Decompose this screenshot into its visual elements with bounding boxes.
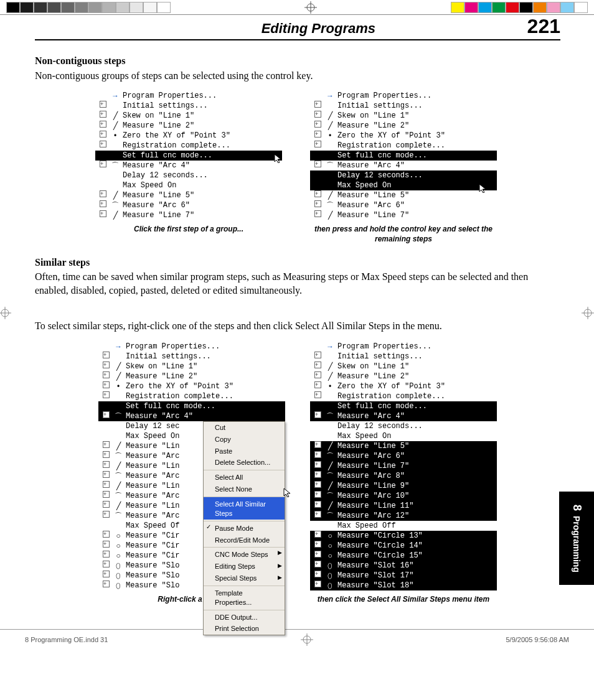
expand-icon[interactable] [101,511,111,521]
program-step[interactable]: ╱Measure "Line 9" [310,481,497,491]
expand-icon[interactable] [101,501,111,511]
expand-icon[interactable] [313,111,323,121]
program-step[interactable]: ⬯Measure "Slot 18" [310,581,497,590]
menu-item[interactable]: Delete Selection... [204,457,285,469]
expand-icon[interactable] [313,471,323,481]
expand-icon[interactable] [98,101,108,111]
expand-icon[interactable] [313,391,323,401]
program-step[interactable]: Initial settings... [95,101,282,111]
menu-item[interactable]: Editing Steps▶ [204,561,285,572]
program-step[interactable]: →Program Properties... [98,342,285,352]
context-menu[interactable]: CutCopyPasteDelete Selection...Select Al… [203,421,285,635]
program-step[interactable]: ╱Measure "Line 2" [95,121,282,131]
expand-icon[interactable] [313,190,323,200]
program-step[interactable]: ⌒Measure "Arc 6" [95,200,282,210]
menu-item[interactable]: Special Steps▶ [204,572,285,584]
program-step[interactable]: ⌒Measure "Arc 6" [310,200,497,210]
program-step[interactable]: Registration complete... [98,391,285,401]
program-step[interactable]: Registration complete... [310,141,497,151]
expand-icon[interactable] [313,161,323,170]
program-step[interactable]: Initial settings... [310,101,497,111]
expand-icon[interactable] [313,371,323,381]
expand-icon[interactable] [313,441,323,451]
expand-icon[interactable] [313,381,323,391]
expand-icon[interactable] [101,451,111,461]
program-step[interactable]: ⌒Measure "Arc 8" [310,471,497,481]
expand-icon[interactable] [101,481,111,491]
program-step[interactable]: ⌒Measure "Arc 4" [310,411,497,421]
expand-icon[interactable] [98,200,108,210]
program-step[interactable]: →Program Properties... [310,342,497,352]
program-step[interactable]: ╱Measure "Line 5" [310,441,497,451]
program-step[interactable]: Initial settings... [310,352,497,362]
expand-icon[interactable] [313,501,323,511]
program-step[interactable]: ╱Measure "Line 5" [310,190,497,200]
program-step[interactable]: Set full cnc mode... [310,401,497,411]
program-step[interactable]: →Program Properties... [310,91,497,101]
program-step[interactable]: Registration complete... [310,391,497,401]
program-step[interactable]: →Program Properties... [95,91,282,101]
program-step[interactable]: ⌒Measure "Arc 4" [95,161,282,170]
expand-icon[interactable] [313,200,323,210]
program-step[interactable]: ⌒Measure "Arc 12" [310,511,497,521]
program-step[interactable]: •Zero the XY of "Point 3" [310,381,497,391]
expand-icon[interactable] [101,561,111,571]
expand-icon[interactable] [313,581,323,590]
expand-icon[interactable] [313,210,323,220]
program-step[interactable]: Delay 12 seconds... [95,170,282,180]
expand-icon[interactable] [313,362,323,371]
program-step[interactable]: ○Measure "Circle 15" [310,551,497,561]
program-step[interactable]: ╱Measure "Line 2" [98,371,285,381]
expand-icon[interactable] [98,131,108,141]
menu-item[interactable]: CNC Mode Steps▶ [204,547,285,561]
expand-icon[interactable] [101,441,111,451]
menu-item[interactable]: Template Properties... [204,586,285,609]
menu-item[interactable]: DDE Output... [204,610,285,623]
program-step[interactable]: ╱Measure "Line 5" [95,190,282,200]
program-step[interactable]: ⌒Measure "Arc 10" [310,491,497,501]
program-step[interactable]: ○Measure "Circle 14" [310,541,497,551]
expand-icon[interactable] [101,461,111,471]
menu-item[interactable]: Record/Edit Mode [204,534,285,546]
expand-icon[interactable] [98,121,108,131]
program-step[interactable]: Registration complete... [95,141,282,151]
program-step[interactable]: Delay 12 seconds... [310,421,497,431]
menu-item[interactable]: Copy [204,434,285,446]
expand-icon[interactable] [313,551,323,561]
expand-icon[interactable] [313,481,323,491]
program-step[interactable]: ╱Measure "Line 2" [310,371,497,381]
expand-icon[interactable] [98,111,108,121]
expand-icon[interactable] [313,411,323,421]
expand-icon[interactable] [101,371,111,381]
expand-icon[interactable] [101,531,111,541]
expand-icon[interactable] [101,551,111,561]
program-step[interactable]: ⌒Measure "Arc 6" [310,451,497,461]
expand-icon[interactable] [313,531,323,541]
program-step[interactable]: ⬯Measure "Slot 16" [310,561,497,571]
expand-icon[interactable] [101,491,111,501]
program-step[interactable]: •Zero the XY of "Point 3" [310,131,497,141]
expand-icon[interactable] [101,391,111,401]
expand-icon[interactable] [98,210,108,220]
menu-item[interactable]: Cut [204,422,285,434]
expand-icon[interactable] [98,190,108,200]
menu-item[interactable]: Select All [204,470,285,483]
program-step[interactable]: Set full cnc mode... [95,151,282,161]
program-step[interactable]: ╱Skew on "Line 1" [95,111,282,121]
expand-icon[interactable] [313,571,323,581]
program-step[interactable]: ╱Skew on "Line 1" [98,362,285,371]
program-step[interactable]: ╱Measure "Line 7" [95,210,282,220]
program-step[interactable]: ╱Skew on "Line 1" [310,362,497,371]
menu-item[interactable]: Select None [204,483,285,495]
expand-icon[interactable] [101,362,111,371]
expand-icon[interactable] [313,121,323,131]
program-step[interactable]: Max Speed Off [310,521,497,531]
program-step[interactable]: ○Measure "Circle 13" [310,531,497,541]
menu-item[interactable]: Paste [204,446,285,457]
expand-icon[interactable] [101,541,111,551]
program-step[interactable]: Max Speed On [310,431,497,441]
program-step[interactable]: •Zero the XY of "Point 3" [95,131,282,141]
menu-item[interactable]: ✓Pause Mode [204,521,285,534]
expand-icon[interactable] [101,352,111,362]
program-step[interactable]: ╱Measure "Line 7" [310,210,497,220]
